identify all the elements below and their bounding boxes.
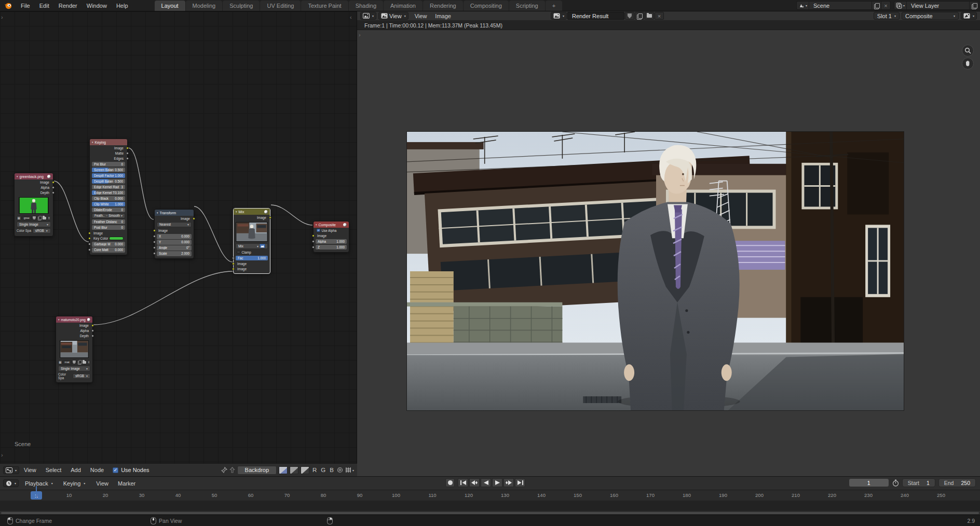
node-header[interactable]: ▾ Composite — [314, 222, 349, 228]
image-editor-menu[interactable]: View — [411, 13, 431, 19]
play-reverse-button[interactable] — [481, 478, 491, 487]
node-matumoto-image[interactable]: ▾ matumoto20.png ImageAlphaDepth ▦ mat — [56, 316, 93, 383]
keying-field[interactable]: Clip Black0.000 — [92, 196, 125, 201]
transform-field[interactable]: X0.000 — [157, 234, 192, 239]
socket[interactable] — [88, 248, 91, 251]
use-nodes-checkbox[interactable]: ✓ Use Nodes — [113, 467, 149, 473]
transform-field[interactable]: Angle0° — [157, 245, 192, 251]
socket[interactable] — [91, 335, 94, 337]
socket[interactable] — [312, 240, 315, 243]
use-alpha-checkbox[interactable]: ✓ Use Alpha — [314, 228, 349, 233]
region-expand-arrow[interactable]: › — [359, 32, 361, 37]
image-datablock-name[interactable]: Render Result — [567, 12, 624, 20]
play-button[interactable] — [492, 478, 502, 487]
socket[interactable] — [312, 246, 315, 248]
socket[interactable] — [88, 243, 91, 245]
timeline-ruler[interactable]: 1 10203040506070809010011012013014015016… — [0, 490, 980, 501]
scene-name[interactable]: Scene — [809, 3, 872, 9]
timeline-track[interactable] — [0, 501, 980, 511]
clamp-checkbox[interactable]: Clamp — [234, 250, 270, 255]
socket[interactable] — [232, 262, 235, 265]
socket[interactable] — [312, 234, 315, 237]
duplicate-icon[interactable] — [77, 360, 81, 365]
zoom-tool-button[interactable] — [962, 45, 974, 57]
channel-g-button[interactable]: G — [320, 467, 326, 473]
blender-logo-icon[interactable] — [0, 0, 16, 11]
image-editor-menu[interactable]: Image — [431, 13, 455, 19]
composite-field[interactable]: Alpha1.000 — [316, 239, 347, 244]
stopwatch-icon[interactable] — [892, 479, 899, 487]
playback-dropdown[interactable]: Playback ▾ — [21, 480, 57, 487]
workspace-tab[interactable]: Sculpting — [223, 1, 260, 11]
fake-user-shield-button[interactable] — [625, 12, 634, 20]
image-source-dropdown[interactable]: Single Image ▾ — [17, 222, 51, 227]
editor-type-dropdown[interactable]: ▾ — [360, 12, 376, 20]
collapse-triangle-icon[interactable]: ▾ — [316, 223, 317, 226]
collapse-triangle-icon[interactable]: ▾ — [157, 211, 158, 214]
node-greenback-image[interactable]: ▾ greenback.png ImageAlphaDepth ▦ gree × — [14, 173, 53, 237]
scrollbar-thumb[interactable] — [1, 512, 979, 514]
workspace-tab[interactable]: Compositing — [464, 1, 509, 11]
pan-tool-button[interactable] — [962, 58, 974, 70]
workspace-tab[interactable]: UV Editing — [260, 1, 301, 11]
view-layer-new-button[interactable] — [969, 2, 978, 9]
socket[interactable] — [88, 232, 91, 234]
workspace-tab[interactable]: Texture Paint — [301, 1, 348, 11]
previous-keyframe-button[interactable] — [469, 478, 480, 487]
unlink-icon[interactable]: × — [87, 360, 90, 365]
node-header[interactable]: ▾ Mix — [234, 209, 270, 215]
keying-field[interactable]: Edge Kernel T0.100 — [92, 190, 125, 196]
next-keyframe-button[interactable] — [503, 478, 514, 487]
fake-user-shield-icon[interactable] — [32, 216, 36, 220]
channel-alpha-button[interactable] — [301, 466, 309, 474]
collapse-triangle-icon[interactable]: ▾ — [236, 210, 237, 213]
workspace-tab[interactable]: Scripting — [509, 1, 545, 11]
unlink-icon[interactable]: × — [47, 216, 51, 220]
socket[interactable] — [88, 237, 91, 240]
compositor-node-editor[interactable]: › ‹ › ▾ greenback.png ImageAlphaDepth — [0, 11, 357, 463]
channel-color-button[interactable] — [290, 466, 298, 474]
node-mix[interactable]: ▾ Mix Image Mix ▾ — [233, 208, 270, 274]
topbar-menu[interactable]: Help — [112, 3, 133, 9]
image-name-field[interactable]: mat — [63, 360, 72, 365]
collapse-triangle-icon[interactable]: ▾ — [92, 141, 93, 144]
image-icon[interactable]: ▦ — [58, 360, 62, 365]
snapping-dropdown[interactable]: ▾ — [345, 467, 354, 473]
keying-field[interactable]: Post Blur0 — [92, 225, 125, 230]
node-header[interactable]: ▾ matumoto20.png — [56, 316, 92, 323]
key-color-swatch[interactable] — [109, 237, 124, 240]
node-header[interactable]: ▾ Keying — [90, 139, 127, 145]
editor-type-dropdown[interactable]: ▾ — [3, 466, 19, 474]
timeline-menu[interactable]: View — [91, 480, 113, 487]
keying-field[interactable]: Despill Balan0.500 — [92, 179, 125, 184]
filter-dropdown[interactable]: Nearest ▾ — [157, 222, 192, 228]
transform-field[interactable]: Scale2.000 — [157, 251, 192, 256]
scene-selector[interactable]: ▾ Scene × — [796, 1, 891, 10]
keying-field[interactable]: Dilate/Erode0 — [92, 207, 125, 213]
parent-node-tree-icon[interactable] — [229, 467, 235, 473]
socket[interactable] — [153, 241, 156, 243]
keying-field[interactable]: Screen Balan0.500 — [92, 168, 125, 173]
pin-icon[interactable] — [221, 467, 227, 473]
jump-to-start-button[interactable] — [458, 478, 468, 487]
browse-image-dropdown[interactable]: ▾ — [551, 12, 567, 20]
topbar-menu[interactable]: Window — [82, 3, 112, 9]
socket[interactable] — [153, 252, 156, 255]
image-source-dropdown[interactable]: Single Image ▾ — [58, 366, 90, 371]
transform-field[interactable]: Y0.000 — [157, 240, 192, 245]
node-editor-menu[interactable]: Add — [66, 467, 86, 473]
keying-input-field[interactable]: Garbage M0.000 — [92, 242, 125, 247]
new-image-button[interactable] — [635, 12, 644, 20]
keying-input-field[interactable]: Core Matt0.000 — [92, 247, 125, 253]
socket[interactable] — [232, 257, 235, 259]
view-layer-icon[interactable]: ▾ — [894, 2, 907, 9]
view-layer-selector[interactable]: ▾ View Layer — [894, 1, 979, 10]
socket[interactable] — [126, 157, 129, 160]
channel-r-button[interactable]: R — [311, 467, 318, 473]
socket[interactable] — [153, 246, 156, 249]
node-header[interactable]: ▾ Transform — [155, 210, 194, 216]
composite-field[interactable]: Z1.000 — [316, 245, 347, 250]
unlink-image-button[interactable]: × — [655, 12, 664, 20]
folder-icon[interactable] — [82, 360, 87, 365]
image-name-field[interactable]: gree — [22, 216, 32, 220]
